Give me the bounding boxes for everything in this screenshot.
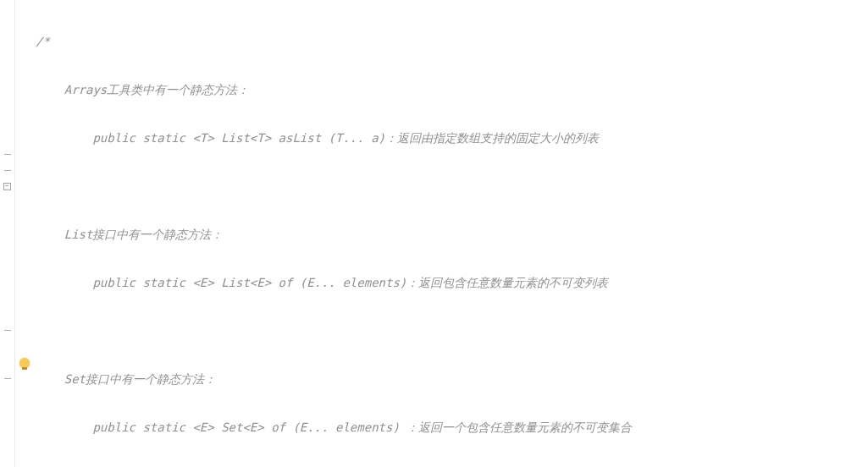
fold-end-marker[interactable]	[4, 154, 11, 155]
comment: Set接口中有一个静态方法：	[36, 372, 216, 386]
fold-end-marker[interactable]	[4, 378, 11, 379]
comment: public static <E> List<E> of (E... eleme…	[36, 276, 608, 289]
code-editor[interactable]: /* Arrays工具类中有一个静态方法： public static <T> …	[0, 0, 868, 467]
comment: List接口中有一个静态方法：	[36, 228, 223, 241]
fold-end-marker[interactable]	[4, 170, 11, 171]
fold-toggle[interactable]	[3, 183, 11, 190]
fold-gutter	[0, 0, 15, 467]
code-area[interactable]: /* Arrays工具类中有一个静态方法： public static <T> …	[34, 0, 868, 467]
comment: public static <E> Set<E> of (E... elemen…	[36, 420, 632, 434]
icon-gutter	[15, 0, 34, 467]
intention-bulb-icon[interactable]	[19, 358, 30, 368]
comment: public static <T> List<T> asList (T... a…	[36, 131, 599, 145]
comment: /*	[36, 35, 50, 48]
fold-end-marker[interactable]	[4, 330, 11, 331]
comment: Arrays工具类中有一个静态方法：	[36, 83, 249, 96]
watermark-icon	[826, 431, 865, 464]
